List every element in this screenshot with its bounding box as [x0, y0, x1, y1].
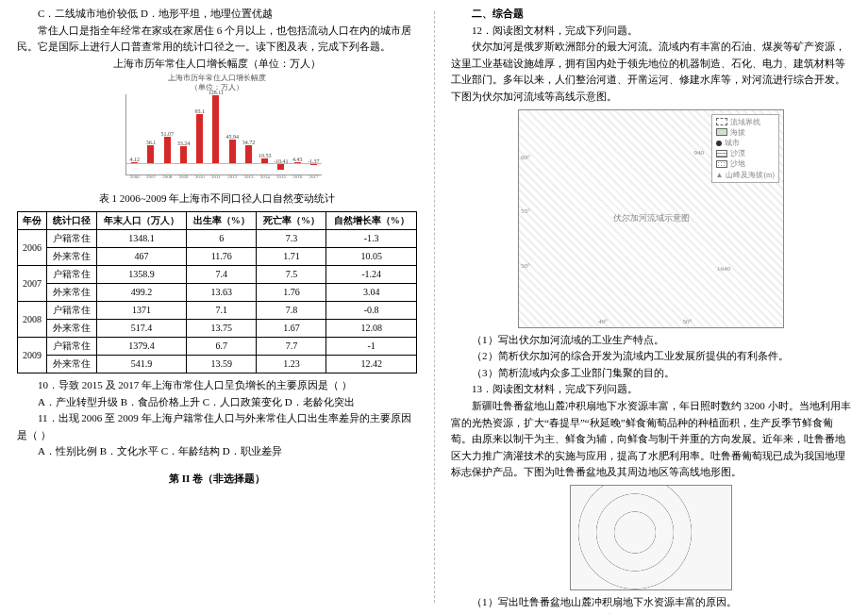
bar-value-label: 51.07	[160, 131, 174, 137]
cell-death: 7.7	[257, 337, 326, 355]
options-cd: C．二线城市地价较低 D．地形平坦，地理位置优越	[17, 6, 417, 23]
cell-birth: 13.75	[187, 319, 257, 337]
cell-birth: 6	[187, 229, 257, 247]
cell-kind: 户籍常住	[47, 265, 97, 283]
turpan-map	[570, 485, 732, 590]
cell-year: 2008	[18, 301, 47, 337]
coord-n1: 50°	[521, 262, 530, 270]
cell-birth: 13.59	[187, 355, 257, 373]
left-column: C．二线城市地价较低 D．地形平坦，地理位置优越 常住人口是指全年经常在家或在家…	[0, 0, 434, 614]
peak-h2: 1640	[717, 265, 730, 273]
cell-kind: 外来常住	[47, 247, 97, 265]
coord-e1: 40°	[598, 318, 608, 325]
bar: 36.1	[147, 145, 154, 164]
right-column: 二、综合题 12．阅读图文材料，完成下列问题。 伏尔加河是俄罗斯欧洲部分的最大河…	[434, 0, 868, 614]
th-year: 年份	[18, 211, 47, 229]
bar-value-label: 34.72	[242, 140, 256, 145]
part2-heading: 二、综合题	[451, 6, 851, 23]
cell-death: 1.71	[257, 247, 326, 265]
table-row: 2008户籍常住13717.17.8-0.8	[18, 301, 417, 319]
bar: 34.72	[245, 145, 252, 164]
cell-birth: 7.4	[187, 265, 257, 283]
cell-kind: 外来常住	[47, 319, 97, 337]
bar-value-label: 33.24	[177, 141, 191, 146]
q10-options: A．产业转型升级 B．食品价格上升 C．人口政策变化 D．老龄化突出	[17, 394, 417, 411]
cell-nat: -0.8	[326, 301, 417, 319]
x-tick-label: 2008	[162, 174, 172, 179]
x-tick-label: 2012	[227, 174, 237, 179]
table-row: 外来常住46711.761.7110.05	[18, 247, 417, 265]
q11-options: A．性别比例 B．文化水平 C．年龄结构 D．职业差异	[17, 443, 417, 460]
cell-death: 7.3	[257, 229, 326, 247]
bar-value-label: 10.53	[259, 153, 272, 158]
q12-paragraph: 伏尔加河是俄罗斯欧洲部分的最大河流。流域内有丰富的石油、煤炭等矿产资源，这里工业…	[451, 39, 851, 105]
legend-peak: ▲山峰及海拔(m)	[716, 170, 775, 180]
table-row: 2009户籍常住1379.46.77.7-1	[18, 337, 417, 355]
chart-area: 4.12200636.1200751.07200833.24200993.120…	[125, 94, 322, 175]
stem-paragraph: 常住人口是指全年经常在家或在家居住 6 个月以上，也包括流动人口在内的城市居民。…	[17, 23, 417, 56]
table-header-row: 年份 统计口径 年末人口（万人） 出生率（%） 死亡率（%） 自然增长率（%）	[18, 211, 417, 229]
th-death: 死亡率（%）	[257, 211, 326, 229]
q13-title: 13．阅读图文材料，完成下列问题。	[451, 381, 851, 398]
cell-nat: 10.05	[326, 247, 417, 265]
table-row: 外来常住517.413.751.6712.08	[18, 319, 417, 337]
x-tick-label: 2016	[292, 174, 302, 179]
chart-caption: 上海市历年常住人口增长幅度（单位：万人）	[17, 56, 417, 73]
th-nat: 自然增长率（%）	[326, 211, 417, 229]
cell-nat: 3.04	[326, 283, 417, 301]
x-tick-label: 2017	[309, 174, 318, 179]
cell-nat: 12.08	[326, 319, 417, 337]
cell-nat: -1.3	[326, 229, 417, 247]
bar-value-label: 4.12	[129, 157, 140, 162]
th-pop: 年末人口（万人）	[96, 211, 187, 229]
cell-pop: 499.2	[96, 283, 187, 301]
cell-death: 1.76	[257, 283, 326, 301]
cell-birth: 11.76	[187, 247, 257, 265]
table-row: 外来常住541.913.591.2312.42	[18, 355, 417, 373]
legend-boundary: 流域界线	[716, 117, 775, 127]
cell-year: 2009	[18, 337, 47, 373]
page: C．二线城市地价较低 D．地形平坦，地理位置优越 常住人口是指全年经常在家或在家…	[0, 0, 868, 614]
x-tick-label: 2013	[243, 174, 253, 179]
q12-3: （3）简析流域内众多工业部门集聚的目的。	[451, 365, 851, 382]
cell-kind: 外来常住	[47, 355, 97, 373]
th-birth: 出生率（%）	[187, 211, 257, 229]
th-kind: 统计口径	[47, 211, 97, 229]
volga-map: 伏尔加河流域示意图 流域界线 海拔 城市 沙漠 沙地 ▲山峰及海拔(m) 40°…	[518, 109, 784, 328]
cell-kind: 外来常住	[47, 283, 97, 301]
cell-kind: 户籍常住	[47, 301, 97, 319]
q13-paragraph: 新疆吐鲁番盆地山麓冲积扇地下水资源丰富，年日照时数约 3200 小时。当地利用丰…	[451, 398, 851, 481]
bar: 33.24	[180, 146, 187, 164]
x-tick-label: 2014	[260, 174, 270, 179]
cell-death: 7.8	[257, 301, 326, 319]
cell-death: 1.67	[257, 319, 326, 337]
cell-pop: 1358.9	[96, 265, 187, 283]
legend-city: 城市	[716, 138, 775, 148]
map-label: 伏尔加河流域示意图	[613, 212, 690, 224]
cell-pop: 467	[96, 247, 187, 265]
bar-value-label: 45.94	[225, 134, 239, 140]
legend-desert: 沙漠	[716, 148, 775, 158]
cell-year: 2007	[18, 265, 47, 301]
map-legend: 流域界线 海拔 城市 沙漠 沙地 ▲山峰及海拔(m)	[711, 114, 779, 183]
coord-e2: 50°	[683, 318, 693, 325]
x-tick-label: 2007	[146, 174, 156, 179]
bar: 45.94	[229, 140, 236, 164]
bar: -10.41	[277, 164, 284, 170]
cell-pop: 541.9	[96, 355, 187, 373]
bar: 128.11	[212, 95, 219, 164]
x-tick-label: 2006	[130, 174, 140, 179]
q12-1: （1）写出伏尔加河流域的工业生产特点。	[451, 332, 851, 349]
table-row: 2006户籍常住1348.167.3-1.3	[18, 229, 417, 247]
bar-value-label: 128.11	[209, 90, 224, 95]
cell-birth: 6.7	[187, 337, 257, 355]
x-tick-label: 2010	[195, 174, 205, 179]
cell-pop: 1348.1	[96, 229, 187, 247]
cell-nat: -1.24	[326, 265, 417, 283]
bar: -1.37	[310, 164, 317, 165]
table-caption: 表 1 2006~2009 年上海市不同口径人口自然变动统计	[17, 191, 417, 207]
cell-death: 1.23	[257, 355, 326, 373]
q11: 11．出现 2006 至 2009 年上海户籍常住人口与外来常住人口出生率差异的…	[17, 410, 417, 443]
zero-line	[126, 163, 322, 164]
q12-title: 12．阅读图文材料，完成下列问题。	[451, 23, 851, 40]
